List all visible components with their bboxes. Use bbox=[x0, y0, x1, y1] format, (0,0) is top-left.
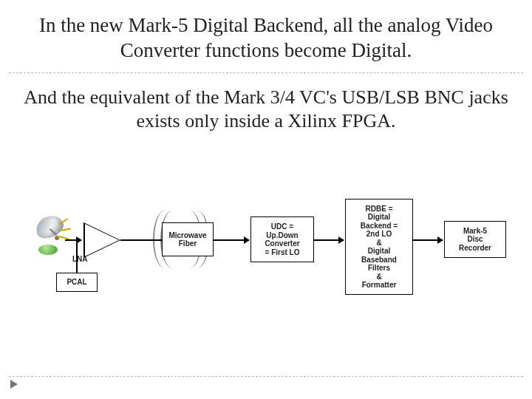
arrow-rdbe-to-recorder bbox=[413, 239, 443, 241]
wire-antenna-to-lna bbox=[65, 239, 81, 241]
divider-bottom bbox=[9, 376, 523, 377]
slide-subtitle: And the equivalent of the Mark 3/4 VC's … bbox=[0, 68, 532, 138]
arrow-udc-to-rdbe bbox=[314, 239, 344, 241]
signal-chain-diagram: .diagram .arrow-h:first-of-type::after{d… bbox=[0, 211, 532, 358]
lna-amplifier bbox=[85, 224, 119, 256]
arrow-fiber-to-udc bbox=[214, 239, 249, 241]
divider-top bbox=[9, 72, 523, 73]
wire-to-pcal bbox=[76, 240, 78, 273]
udc-block: UDC = Up.Down Converter = First LO bbox=[250, 216, 314, 262]
slide-footer-arrow-icon bbox=[10, 380, 18, 389]
rdbe-block: RDBE = Digital Backend = 2nd LO & Digita… bbox=[345, 199, 413, 295]
mark5-recorder-block: Mark-5 Disc Recorder bbox=[444, 221, 506, 258]
slide-title: In the new Mark-5 Digital Backend, all t… bbox=[0, 0, 532, 68]
pcal-block: PCAL bbox=[56, 273, 98, 292]
wire-lna-to-fiber bbox=[120, 239, 150, 241]
lna-label: LNA bbox=[72, 255, 88, 263]
microwave-fiber-block: Microwave Fiber bbox=[162, 222, 214, 256]
antenna-icon bbox=[33, 215, 72, 259]
